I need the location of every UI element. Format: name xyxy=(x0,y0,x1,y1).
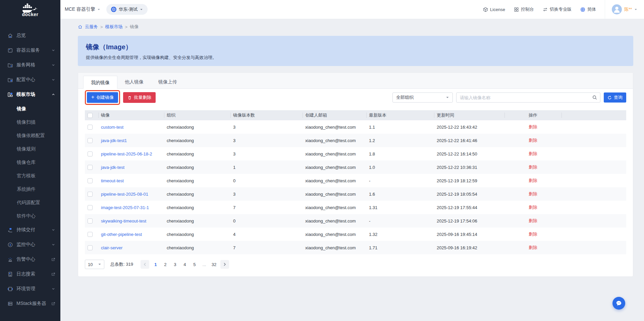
sidebar-subitem-image-registry[interactable]: 镜像仓库 xyxy=(0,155,60,169)
image-name-link[interactable]: pipeline-test-2025-06-18-2 xyxy=(101,151,152,156)
sidebar-item-config-center[interactable]: 配置中心 xyxy=(0,72,60,87)
locale-link[interactable]: 简体 xyxy=(580,6,596,12)
delete-link[interactable]: 删除 xyxy=(529,205,537,210)
breadcrumb-cloud-service[interactable]: 云服务 xyxy=(85,24,98,30)
next-page-button[interactable] xyxy=(220,260,229,269)
row-checkbox[interactable] xyxy=(88,192,93,197)
sidebar-item-environment[interactable]: 环境管理 xyxy=(0,281,60,296)
row-checkbox[interactable] xyxy=(88,232,93,237)
org-filter-select[interactable]: 全部组织 xyxy=(392,92,453,103)
sidebar-item-continuous-delivery[interactable]: 持续交付 xyxy=(0,222,60,237)
delete-link[interactable]: 删除 xyxy=(529,218,537,223)
row-checkbox[interactable] xyxy=(88,125,93,130)
delete-link[interactable]: 删除 xyxy=(529,245,537,250)
region-selector[interactable]: 华东-测试 xyxy=(106,4,148,15)
spacer-cell xyxy=(561,160,626,174)
image-name-link[interactable]: java-jdk-test xyxy=(101,165,124,170)
sidebar-subitem-official-templates[interactable]: 官方模板 xyxy=(0,169,60,182)
pager-page-2[interactable]: 2 xyxy=(162,262,169,267)
mesh-folder-icon xyxy=(7,62,13,68)
row-checkbox[interactable] xyxy=(88,165,93,170)
search-icon[interactable] xyxy=(592,95,597,100)
delete-link[interactable]: 删除 xyxy=(529,191,537,196)
sidebar-item-template-market[interactable]: 模板市场 xyxy=(0,87,60,102)
sidebar-item-container-cloud[interactable]: 容器云服务 xyxy=(0,43,60,58)
pager-page-5[interactable]: 5 xyxy=(191,262,198,267)
pager-page-32[interactable]: 32 xyxy=(211,262,217,267)
page-size-select[interactable]: 10 xyxy=(85,260,104,269)
row-checkbox[interactable] xyxy=(88,138,93,143)
image-name-link[interactable]: custom-test xyxy=(101,125,123,130)
delete-link[interactable]: 删除 xyxy=(529,232,537,237)
image-name-link[interactable]: pipeline-test-2025-08-01 xyxy=(101,192,148,197)
switch-pro-link[interactable]: 切换专业版 xyxy=(543,6,572,12)
sidebar-subitem-image-rules[interactable]: 镜像规则 xyxy=(0,142,60,155)
batch-delete-button[interactable]: 批量删除 xyxy=(123,92,156,103)
sidebar-item-label: 服务网格 xyxy=(16,62,35,68)
row-checkbox[interactable] xyxy=(88,205,93,210)
sidebar-item-label: 监控中心 xyxy=(16,242,35,248)
pager-page-1[interactable]: 1 xyxy=(152,262,159,267)
sidebar-subitem-code-source[interactable]: 代码源配置 xyxy=(0,196,60,209)
sidebar-subitem-image[interactable]: 镜像 xyxy=(0,102,60,115)
image-name-link[interactable]: skywalking-timeout-test xyxy=(101,218,146,223)
org-cell: chenxiaodong xyxy=(164,160,230,174)
table-row: clair-server chenxiaodong 7 xiaodong_che… xyxy=(85,241,626,254)
version-count-cell: 3 xyxy=(230,120,303,134)
delete-link[interactable]: 删除 xyxy=(529,178,537,183)
select-all-checkbox[interactable] xyxy=(88,113,93,118)
delete-link[interactable]: 删除 xyxy=(529,165,537,170)
updated-cell: 2025-12-19 17:54:06 xyxy=(434,214,504,228)
create-image-button[interactable]: + 创建镜像 xyxy=(87,92,118,103)
license-link[interactable]: License xyxy=(483,7,505,12)
email-cell: xiaodong_chen@test.com xyxy=(303,241,366,254)
monitor-icon xyxy=(7,242,13,248)
console-link[interactable]: 控制台 xyxy=(514,6,534,12)
sidebar-item-alert-center[interactable]: 告警中心 xyxy=(0,252,60,267)
chevron-down-icon xyxy=(140,8,143,11)
sidebar-subitem-image-dependency[interactable]: 镜像依赖配置 xyxy=(0,129,60,142)
tab-others-images[interactable]: 他人镜像 xyxy=(117,75,151,88)
latest-version-cell: 1.8 xyxy=(366,147,434,160)
sidebar-item-service-mesh[interactable]: 服务网格 xyxy=(0,58,60,72)
sidebar-subitem-system-plugins[interactable]: 系统插件 xyxy=(0,182,60,196)
breadcrumb-template-market[interactable]: 模板市场 xyxy=(105,24,123,30)
sidebar-item-mstack-server[interactable]: MStack服务器 xyxy=(0,296,60,311)
row-checkbox[interactable] xyxy=(88,245,93,250)
updated-cell: 2025-12-22 10:36:31 xyxy=(434,160,504,174)
sidebar-item-log-search[interactable]: 日志搜索 xyxy=(0,267,60,281)
image-name-link[interactable]: image-test-2025-07-31-1 xyxy=(101,205,149,210)
query-button[interactable]: 查询 xyxy=(604,92,626,103)
image-search-input[interactable] xyxy=(456,92,600,103)
docker-logo[interactable]: docker xyxy=(0,0,60,19)
image-name-link[interactable]: clair-server xyxy=(101,245,122,250)
latest-version-cell: - xyxy=(366,174,434,187)
tab-image-upload[interactable]: 镜像上传 xyxy=(151,75,184,88)
product-switcher[interactable]: MCE 容器引擎 xyxy=(65,6,100,12)
sidebar-subitem-software-center[interactable]: 软件中心 xyxy=(0,209,60,222)
prev-page-button[interactable] xyxy=(141,260,149,269)
sidebar-subitem-image-scan[interactable]: 镜像扫描 xyxy=(0,115,60,129)
delete-link[interactable]: 删除 xyxy=(529,151,537,156)
delete-link[interactable]: 删除 xyxy=(529,138,537,143)
image-name-link[interactable]: java-jdk-test1 xyxy=(101,138,127,143)
email-cell: xiaodong_chen@test.com xyxy=(303,201,366,214)
sidebar-item-overview[interactable]: 总览 xyxy=(0,28,60,43)
pager-page-3[interactable]: 3 xyxy=(172,262,178,267)
chevron-down-icon xyxy=(52,228,55,232)
environment-icon xyxy=(7,286,13,292)
user-menu[interactable]: 陈** xyxy=(605,0,637,19)
row-checkbox[interactable] xyxy=(88,151,93,156)
version-count-cell: 7 xyxy=(230,201,303,214)
customer-service-button[interactable] xyxy=(612,297,625,310)
tab-my-images[interactable]: 我的镜像 xyxy=(83,76,117,89)
row-checkbox[interactable] xyxy=(88,218,93,223)
delete-link[interactable]: 删除 xyxy=(529,124,537,129)
pager-page-4[interactable]: 4 xyxy=(181,262,188,267)
image-name-link[interactable]: timeout-test xyxy=(101,178,124,183)
image-name-link[interactable]: git-other-pipeline-test xyxy=(101,232,142,237)
spacer-cell xyxy=(561,134,626,147)
row-checkbox[interactable] xyxy=(88,178,93,183)
docker-logo-text: docker xyxy=(22,12,39,17)
sidebar-item-monitor-center[interactable]: 监控中心 xyxy=(0,237,60,252)
